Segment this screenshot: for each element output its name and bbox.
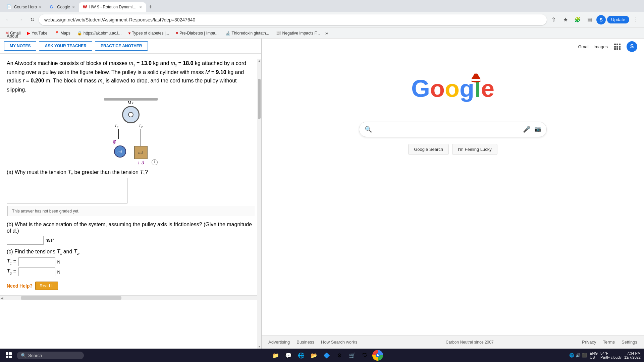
google-header: About Gmail Images [262, 39, 644, 55]
footer-how-search[interactable]: How Search works [321, 340, 357, 345]
taskbar-search-icon: 🔍 [21, 353, 26, 358]
svg-rect-12 [471, 79, 481, 81]
menu-icon[interactable]: ⋮ [631, 14, 641, 25]
scroll-left-arrow[interactable]: ◀ [0, 296, 4, 300]
taskbar-folder-icon[interactable]: 📂 [309, 350, 319, 361]
bookmarks-overflow[interactable]: » [325, 30, 328, 36]
answer-a-textarea[interactable] [7, 178, 127, 203]
v-scrollbar-thumb [258, 79, 261, 119]
scroll-down-arrow[interactable]: ▼ [257, 345, 261, 349]
ask-teacher-button[interactable]: ASK YOUR TEACHER [39, 41, 92, 51]
taskbar-chat-icon[interactable]: 💬 [283, 350, 294, 361]
taskbar-browser-icon[interactable]: 🌐 [296, 350, 307, 361]
grading-notice: This answer has not been graded yet. [7, 206, 255, 216]
bookmark-negative[interactable]: 📰 Negative Impacts F... [273, 29, 323, 37]
taskbar-edge-icon[interactable]: 🔷 [321, 350, 332, 361]
camera-icon[interactable]: 📷 [534, 126, 541, 133]
answer-t2-input[interactable] [18, 267, 55, 276]
youtube-favicon: ▶ [27, 31, 30, 36]
read-it-button[interactable]: Read It [35, 282, 58, 290]
share-icon[interactable]: ⇧ [548, 14, 559, 25]
tab-close-coursehero[interactable]: × [39, 4, 42, 10]
vertical-scrollbar[interactable]: ▲ ▼ [257, 59, 261, 349]
address-input[interactable] [39, 14, 547, 25]
time-date[interactable]: 7:34 PM 12/7/2022 [624, 351, 641, 359]
atwood-diagram: M r [7, 98, 255, 165]
bookmark-sbmu[interactable]: 🔒 https://ak.sbmu.ac.i... [74, 29, 124, 37]
refresh-button[interactable]: ↻ [27, 14, 38, 25]
svg-rect-1 [616, 44, 618, 45]
google-search-input[interactable] [375, 126, 520, 132]
bookmark-icon[interactable]: ★ [560, 14, 571, 25]
extension-icon[interactable]: 🧩 [572, 14, 583, 25]
question-b: (b) What is the acceleration of the syst… [7, 222, 255, 245]
taskbar-date: 12/7/2022 [624, 355, 641, 359]
answer-b-row: m/s² [7, 236, 255, 245]
weather-info[interactable]: 54°F Partly cloudy [600, 351, 622, 359]
update-button[interactable]: Update [607, 16, 629, 23]
svg-rect-7 [616, 48, 618, 50]
t1-label: T1 = [7, 258, 16, 265]
taskbar-file-explorer[interactable]: 📁 [270, 350, 281, 361]
footer-business[interactable]: Business [297, 340, 314, 345]
google-logo: G o o g l e [411, 75, 494, 102]
horizontal-scrollbar[interactable]: ◀ ▶ [0, 295, 261, 300]
weather-temp: 54°F [600, 351, 622, 355]
google-profile-button[interactable]: S [627, 41, 637, 52]
lang-indicator[interactable]: ENG US [590, 351, 598, 359]
taskbar-chrome-icon[interactable] [372, 350, 383, 361]
tab-close-google[interactable]: × [72, 4, 75, 10]
google-apps-icon[interactable] [612, 41, 623, 52]
google-search-button[interactable]: Google Search [408, 144, 449, 155]
bookmark-prediabetes[interactable]: ♥ Pre-Diabetes | Impa... [173, 29, 221, 37]
start-button[interactable] [3, 350, 14, 361]
bookmark-thioredoxin-label: Thioredoxin glutath... [232, 31, 269, 36]
google-panel: About Gmail Images [262, 39, 644, 349]
mic-icon[interactable]: 🎤 [523, 126, 530, 133]
taskbar-search[interactable]: 🔍 Search [17, 352, 84, 359]
forward-button[interactable]: → [15, 14, 25, 25]
tab-webassign[interactable]: W HW 9 - Rotation Dynamic - PHY... × [79, 2, 146, 12]
tab-close-webassign[interactable]: × [139, 4, 142, 10]
back-button[interactable]: ← [3, 14, 13, 25]
footer-advertising[interactable]: Advertising [268, 340, 290, 345]
scroll-up-arrow[interactable]: ▲ [257, 59, 261, 63]
unit-t1-label: N [57, 259, 60, 264]
bookmark-maps[interactable]: 📍 Maps [52, 29, 73, 37]
bookmark-diabetes[interactable]: ♥ Types of diabetes |... [125, 29, 172, 37]
taskbar-store-icon[interactable]: 🛒 [347, 350, 358, 361]
question-a-text: (a) Why must the tension T2 be greater t… [7, 169, 255, 176]
footer-terms[interactable]: Terms [603, 340, 615, 345]
taskbar-search-label: Search [28, 353, 42, 358]
tab-course-hero[interactable]: 📄 Course Hero × [3, 2, 46, 12]
footer-left-links: Advertising Business How Search works [268, 340, 357, 345]
svg-rect-5 [619, 46, 621, 48]
volume-icon[interactable]: 🔊 [576, 353, 581, 358]
footer-privacy[interactable]: Privacy [582, 340, 596, 345]
bookmark-thioredoxin[interactable]: 🔬 Thioredoxin glutath... [223, 29, 272, 37]
images-header-link[interactable]: Images [593, 44, 608, 49]
acceleration-arrow-left: a⃗ [112, 139, 116, 145]
practice-another-button[interactable]: PRACTICE ANOTHER [95, 41, 148, 51]
info-icon[interactable]: ℹ [152, 159, 158, 165]
bookmark-youtube[interactable]: ▶ YouTube [24, 29, 50, 37]
battery-icon[interactable]: ⬛ [582, 353, 587, 358]
tab-google[interactable]: G Google × [46, 2, 79, 12]
answer-b-input[interactable] [7, 236, 44, 245]
webassign-panel: MY NOTES ASK YOUR TEACHER PRACTICE ANOTH… [0, 39, 262, 349]
footer-settings[interactable]: Settings [622, 340, 637, 345]
wa-content: An Atwood's machine consists of blocks o… [0, 54, 261, 349]
new-tab-button[interactable]: + [146, 2, 155, 12]
tab-title-google: Google [57, 5, 70, 9]
profile-extension-icon[interactable]: ▤ [584, 14, 595, 25]
gmail-header-link[interactable]: Gmail [578, 44, 589, 49]
google-search-box[interactable]: 🔍 🎤 📷 [359, 122, 547, 137]
taskbar-settings-icon[interactable]: ⚙ [334, 350, 345, 361]
my-notes-button[interactable]: MY NOTES [4, 41, 36, 51]
feeling-lucky-button[interactable]: I'm Feeling Lucky [452, 144, 497, 155]
network-icon[interactable]: 🌐 [569, 353, 574, 358]
svg-rect-8 [619, 48, 621, 50]
browser-profile[interactable]: S [596, 15, 606, 24]
answer-t1-input[interactable] [18, 257, 55, 266]
taskbar-security-icon[interactable]: 🛡 [360, 350, 370, 361]
